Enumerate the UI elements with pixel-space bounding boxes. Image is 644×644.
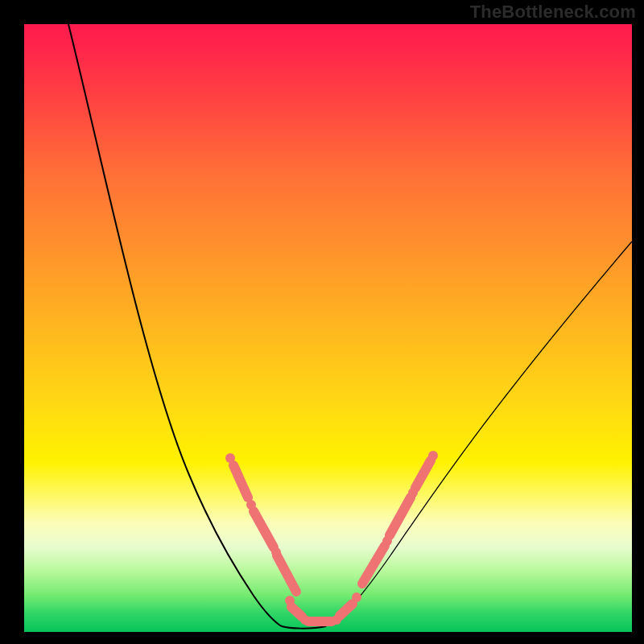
highlight-seg-8 — [415, 460, 431, 488]
highlight-seg-0 — [233, 465, 248, 497]
highlight-seg-1 — [254, 511, 274, 547]
highlight-dot-4 — [300, 615, 310, 625]
highlight-dot-0 — [225, 453, 235, 463]
highlight-seg-6 — [362, 546, 385, 584]
highlight-seg-5 — [340, 604, 353, 616]
chart-frame: TheBottleneck.com — [0, 0, 644, 644]
highlight-dot-9 — [428, 451, 438, 460]
highlight-dot-5 — [332, 615, 341, 625]
highlight-dot-1 — [246, 500, 256, 510]
highlight-dot-6 — [352, 592, 361, 602]
highlight-dot-3 — [285, 596, 295, 605]
highlight-layer — [24, 24, 632, 632]
watermark-text: TheBottleneck.com — [470, 2, 636, 23]
highlight-dot-8 — [408, 488, 418, 497]
highlight-seg-3 — [291, 607, 302, 617]
highlight-seg-2 — [277, 555, 296, 592]
highlight-dot-2 — [271, 547, 281, 557]
plot-area — [24, 24, 632, 632]
highlight-dot-7 — [382, 536, 392, 546]
highlight-seg-7 — [390, 497, 411, 535]
